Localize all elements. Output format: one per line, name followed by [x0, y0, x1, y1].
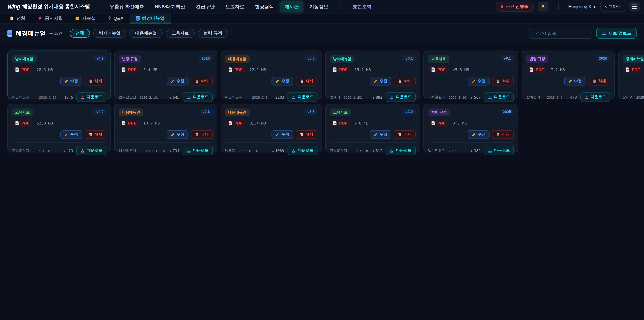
manual-card[interactable]: 대응매뉴얼 v5.0 해양오염사고 초동대응 매뉴얼 PDF 22.1 MB 수… [220, 51, 322, 99]
manual-card[interactable]: 대응매뉴얼 v2.3 HNS 해양사고 대응 가이드라인 PDF 18.9 MB… [114, 104, 217, 153]
org-label: 방제과 [330, 95, 340, 100]
edit-button[interactable]: 수정 [60, 130, 82, 139]
download-arrow-icon: ↓ [61, 95, 63, 99]
manual-card[interactable]: 법령·규정 2026 방제선·방제정 운용 및 관리 규정 PDF 7.2 MB… [522, 51, 615, 99]
delete-button[interactable]: 삭제 [492, 77, 514, 85]
edit-button[interactable]: 수정 [564, 77, 586, 85]
delete-button-label: 삭제 [94, 79, 102, 84]
filter-chip-education[interactable]: 교육자료 [166, 29, 194, 38]
manual-search-input[interactable] [529, 28, 591, 39]
download-button[interactable]: 다운로드 [484, 146, 514, 155]
manual-card[interactable]: 교육자료 v6.1 방제요원 교육훈련 교재 (기본과정) PDF 45.3 M… [424, 51, 518, 99]
menu-button[interactable] [629, 2, 640, 12]
file-info-row: PDF 45.3 MB [428, 66, 514, 74]
delete-button[interactable]: 삭제 [588, 77, 610, 85]
manual-card[interactable]: 교육자료 v4.0 방제요원 교육훈련 교재 (심화과정) PDF 52.8 M… [8, 104, 111, 153]
download-arrow-icon: ↓ [169, 95, 172, 99]
manual-card[interactable]: 교육자료 v2.0 유류오염 식별 및 샘플링 실무 교재 PDF 9.6 MB… [325, 104, 420, 153]
notifications-button[interactable] [537, 2, 548, 12]
download-button-label: 다운로드 [193, 148, 208, 153]
card-actions: 수정 삭제 [225, 77, 318, 85]
card-actions: 수정 삭제 [330, 130, 416, 139]
version-badge: 2026 [596, 55, 610, 62]
delete-button[interactable]: 삭제 [85, 77, 106, 85]
edit-button[interactable]: 수정 [167, 77, 188, 85]
download-button[interactable]: 다운로드 [76, 93, 106, 102]
download-button[interactable]: 다운로드 [183, 93, 213, 102]
download-button[interactable]: 다운로드 [183, 146, 213, 155]
nav-item-hns-air-diffusion[interactable]: HNS·대기확산 [150, 1, 190, 12]
download-button-label: 다운로드 [494, 95, 510, 100]
delete-button[interactable]: 삭제 [191, 130, 213, 139]
card-actions: 수정 삭제 [330, 77, 416, 85]
date-label: 2025. 11. 15. [146, 149, 166, 153]
filter-chip-countermeasure-manual[interactable]: 대응매뉴얼 [130, 29, 162, 38]
delete-button[interactable]: 삭제 [191, 77, 213, 85]
upload-new-button[interactable]: 새로 업로드 [596, 28, 636, 39]
nav-item-board[interactable]: 게시판 [280, 1, 303, 12]
download-button[interactable]: 다운로드 [288, 93, 318, 102]
card-header: 교육자료 v2.0 [330, 109, 416, 116]
download-button[interactable]: 다운로드 [580, 93, 610, 102]
pencil-icon [374, 79, 378, 83]
manual-card[interactable]: 방제매뉴얼 v3.1 해양오염 방제자원 운용 지침서 PDF 15.2 MB … [325, 51, 420, 99]
delete-button[interactable]: 삭제 [296, 130, 318, 139]
card-actions: 수정 삭제 [119, 130, 213, 139]
delete-button-label: 삭제 [598, 79, 606, 84]
footer-right: ↓2103 다운로드 [272, 93, 318, 102]
nav-item-aerial-search[interactable]: 항공탐색 [250, 1, 278, 12]
manual-card[interactable]: 방제매뉴얼 v4.2 해양오염방제 업무매뉴얼 (2026 개정판) PDF 2… [8, 51, 111, 99]
pencil-icon [171, 79, 174, 83]
footer-right: ↓734 다운로드 [169, 146, 213, 155]
card-footer: 교육훈련과 2026. 1. 10. ↓567 다운로드 [428, 89, 514, 102]
delete-button[interactable]: 삭제 [394, 130, 416, 139]
edit-button[interactable]: 수정 [468, 130, 490, 139]
download-button[interactable]: 다운로드 [288, 146, 318, 155]
edit-button[interactable]: 수정 [272, 130, 293, 139]
trash-icon [300, 79, 304, 83]
delete-button[interactable]: 삭제 [85, 130, 106, 139]
edit-button[interactable]: 수정 [167, 130, 188, 139]
delete-button[interactable]: 삭제 [296, 77, 318, 85]
category-badge: 교육자료 [12, 109, 33, 116]
nav-item-integrated-search[interactable]: 통합조회 [348, 1, 376, 12]
edit-button[interactable]: 수정 [272, 77, 293, 85]
download-button[interactable]: 다운로드 [386, 93, 416, 102]
download-count-value: 734 [173, 149, 180, 153]
board-tab-bar: 전체 공지사항 자료실 ? Q&A 해경매뉴얼 [0, 14, 644, 24]
date-label: 2025. 8. 22. [449, 149, 467, 153]
tab-coast-guard-manual[interactable]: 해경매뉴얼 [130, 14, 171, 24]
download-icon [292, 95, 296, 99]
file-type-chip: PDF [330, 66, 351, 74]
edit-button[interactable]: 수정 [370, 77, 392, 85]
delete-button[interactable]: 삭제 [492, 130, 514, 139]
logout-button[interactable]: 로그아웃 [600, 2, 625, 12]
nav-item-reports[interactable]: 보고자료 [221, 1, 249, 12]
nav-item-emergency-rescue[interactable]: 긴급구난 [191, 1, 219, 12]
download-button[interactable]: 다운로드 [76, 146, 106, 155]
tab-archive[interactable]: 자료실 [69, 14, 102, 24]
delete-button[interactable]: 삭제 [394, 77, 416, 85]
edit-button[interactable]: 수정 [60, 77, 82, 85]
nav-item-weather-info[interactable]: 기상정보 [305, 1, 333, 12]
tab-qna[interactable]: ? Q&A [102, 14, 130, 24]
download-button[interactable]: 다운로드 [484, 93, 514, 102]
manual-card[interactable]: 법령·규정 2026 해양환경관리법 시행규칙 (방제 관련) PDF 5.4 … [114, 51, 217, 99]
trash-icon [398, 79, 402, 83]
filter-chip-all[interactable]: 전체 [70, 29, 90, 38]
delete-button-label: 삭제 [404, 132, 412, 137]
filter-chip-response-manual[interactable]: 방제매뉴얼 [93, 29, 126, 38]
filter-chip-regulations[interactable]: 법령·규정 [198, 29, 228, 38]
edit-button[interactable]: 수정 [370, 130, 392, 139]
manual-card[interactable]: 대응매뉴얼 v3.5 대량 유출유 방제 대응 체계 매뉴얼 PDF 31.4 … [220, 104, 322, 153]
card-actions: 수정 삭제 [225, 130, 318, 139]
upload-button-label: 새로 업로드 [608, 30, 631, 36]
tab-all[interactable]: 전체 [3, 14, 32, 24]
nav-item-oil-spill-prediction[interactable]: 유출유 확산예측 [105, 1, 148, 12]
download-icon [187, 149, 191, 153]
manual-card[interactable]: 방제매뉴얼 v2.8 오일펜스 전개·회수 표준절차서 PDF 12.7 MB … [618, 51, 644, 99]
download-button[interactable]: 다운로드 [386, 146, 416, 155]
manual-card[interactable]: 법령·규정 2025 해양오염방제 자재·약제 검정 기준 PDF 3.8 MB… [424, 104, 518, 153]
tab-notices[interactable]: 공지사항 [32, 14, 69, 24]
edit-button[interactable]: 수정 [468, 77, 490, 85]
